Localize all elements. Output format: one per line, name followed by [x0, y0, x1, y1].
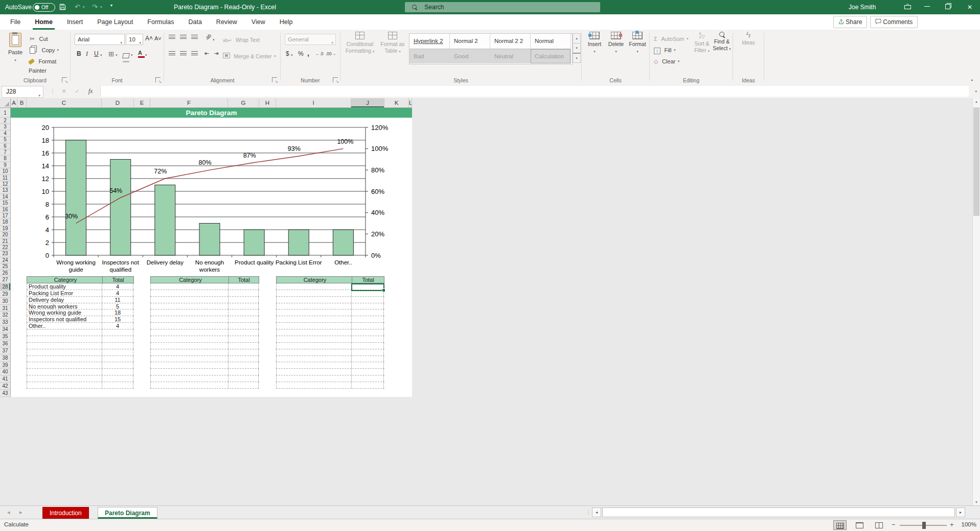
- increase-font-icon[interactable]: A˄: [145, 35, 153, 42]
- formula-input[interactable]: [100, 86, 969, 97]
- table-row[interactable]: No enough workers5: [27, 303, 134, 310]
- row-header-42[interactable]: 42: [0, 383, 11, 390]
- table-row[interactable]: [150, 369, 259, 375]
- cell-empty[interactable]: [351, 329, 384, 336]
- table-row[interactable]: [150, 375, 259, 382]
- bar-inspectors-not-qualified[interactable]: [110, 160, 131, 256]
- search-input[interactable]: Search: [405, 2, 600, 12]
- scroll-up-icon[interactable]: ▴: [973, 99, 980, 104]
- cell-empty[interactable]: [150, 329, 228, 336]
- column-header-B[interactable]: B: [17, 98, 27, 108]
- row-header-17[interactable]: 17: [0, 213, 11, 219]
- autosum-button[interactable]: Σ AutoSum ▾: [654, 34, 688, 43]
- font-dialog-launcher[interactable]: [155, 77, 161, 82]
- align-center-icon[interactable]: [180, 51, 187, 57]
- ribbon-tab-page-layout[interactable]: Page Layout: [90, 14, 140, 30]
- bar-other[interactable]: [333, 230, 353, 255]
- cell-empty[interactable]: [228, 323, 259, 329]
- align-top-icon[interactable]: [169, 35, 175, 40]
- cell-empty[interactable]: [102, 329, 133, 336]
- formula-bar-splitter[interactable]: ⋮: [47, 86, 58, 97]
- style-good[interactable]: Good: [450, 49, 490, 63]
- table-row[interactable]: [276, 382, 384, 389]
- collapse-ribbon-icon[interactable]: ▴: [971, 78, 973, 82]
- table-row[interactable]: [150, 356, 259, 363]
- undo-icon[interactable]: ↶: [75, 0, 80, 14]
- table-row[interactable]: [276, 323, 384, 329]
- cell-empty[interactable]: [351, 349, 384, 356]
- cell-empty[interactable]: [27, 349, 102, 356]
- row-header-12[interactable]: 12: [0, 181, 11, 187]
- column-header-F[interactable]: F: [150, 98, 228, 108]
- row-header-21[interactable]: 21: [0, 238, 11, 245]
- table-row[interactable]: [276, 329, 384, 336]
- vertical-scrollbar[interactable]: ▴ ▾: [972, 98, 980, 505]
- bold-button[interactable]: B: [77, 50, 81, 57]
- cell-empty[interactable]: [276, 382, 351, 388]
- table-row[interactable]: [27, 343, 134, 349]
- table-row[interactable]: Product quality4: [27, 283, 134, 290]
- zoom-in-button[interactable]: +: [950, 521, 954, 528]
- table-row[interactable]: [150, 343, 259, 349]
- cell-empty[interactable]: [228, 303, 259, 309]
- table-row[interactable]: [27, 329, 134, 336]
- clear-button[interactable]: ◇ Clear ▾: [654, 56, 679, 65]
- table-row[interactable]: [276, 362, 384, 369]
- borders-icon[interactable]: ⊞: [108, 50, 114, 58]
- table-row[interactable]: Wrong working guide18: [27, 309, 134, 316]
- name-box[interactable]: J28 ▾: [2, 86, 43, 98]
- cell-empty[interactable]: [27, 382, 102, 388]
- row-header-41[interactable]: 41: [0, 375, 11, 383]
- table-row[interactable]: [276, 316, 384, 323]
- row-header-16[interactable]: 16: [0, 207, 11, 213]
- ribbon-tab-review[interactable]: Review: [209, 14, 244, 30]
- cell-empty[interactable]: [102, 362, 133, 368]
- ribbon-tab-data[interactable]: Data: [181, 14, 209, 30]
- style-normal-2[interactable]: Normal 2: [450, 34, 490, 49]
- horizontal-scroll-thumb[interactable]: [602, 507, 955, 517]
- cell-empty[interactable]: [150, 309, 228, 316]
- row-header-22[interactable]: 22: [0, 245, 11, 251]
- wrap-text-button[interactable]: ab↵ Wrap Text: [223, 35, 260, 44]
- row-header-38[interactable]: 38: [0, 355, 11, 362]
- ribbon-tab-file[interactable]: File: [3, 14, 28, 30]
- cell-empty[interactable]: [351, 316, 384, 322]
- sheet-banner[interactable]: Pareto Diagram: [11, 108, 412, 118]
- sheet-tab-pareto-diagram[interactable]: Pareto Diagram: [98, 507, 157, 519]
- cell-empty[interactable]: [27, 343, 102, 349]
- table-row[interactable]: [276, 297, 384, 303]
- row-header-43[interactable]: 43: [0, 390, 11, 397]
- find-select-button[interactable]: Find & Select ▾: [712, 32, 732, 52]
- table-row[interactable]: [276, 343, 384, 349]
- styles-gallery-up-icon[interactable]: ▴: [573, 33, 581, 43]
- row-header-35[interactable]: 35: [0, 333, 11, 340]
- orientation-icon[interactable]: ab: [204, 33, 213, 41]
- cell-empty[interactable]: [150, 349, 228, 356]
- cell-empty[interactable]: [228, 329, 259, 336]
- cell-empty[interactable]: [150, 356, 228, 362]
- column-header-A[interactable]: A: [11, 98, 17, 108]
- row-header-7[interactable]: 7: [0, 149, 11, 156]
- cell-empty[interactable]: [276, 329, 351, 336]
- row-header-19[interactable]: 19: [0, 226, 11, 232]
- table-row[interactable]: Other..4: [27, 323, 134, 329]
- cell-empty[interactable]: [228, 343, 259, 349]
- table-row[interactable]: [150, 349, 259, 356]
- vertical-scroll-thumb[interactable]: [973, 107, 979, 216]
- table-row[interactable]: [150, 303, 259, 310]
- cancel-entry-icon[interactable]: ✕: [58, 86, 70, 97]
- cell-empty[interactable]: [27, 356, 102, 362]
- cell-category-packing-list-error[interactable]: Packing List Error: [27, 290, 102, 296]
- styles-gallery-down-icon[interactable]: ▾: [573, 43, 581, 53]
- cell-empty[interactable]: [150, 290, 228, 296]
- cell-empty[interactable]: [27, 336, 102, 342]
- style-calculation[interactable]: Calculation: [531, 49, 571, 63]
- table-row[interactable]: [276, 336, 384, 343]
- zoom-out-button[interactable]: −: [892, 521, 896, 528]
- paste-button[interactable]: Paste ▾: [4, 33, 27, 64]
- sheet-nav-right-icon[interactable]: ▸: [19, 506, 22, 519]
- number-format-select[interactable]: General ▾: [285, 34, 336, 45]
- cell-total-no-enough-workers[interactable]: 5: [102, 303, 133, 309]
- table-row[interactable]: [27, 369, 134, 375]
- cell-empty[interactable]: [276, 290, 351, 296]
